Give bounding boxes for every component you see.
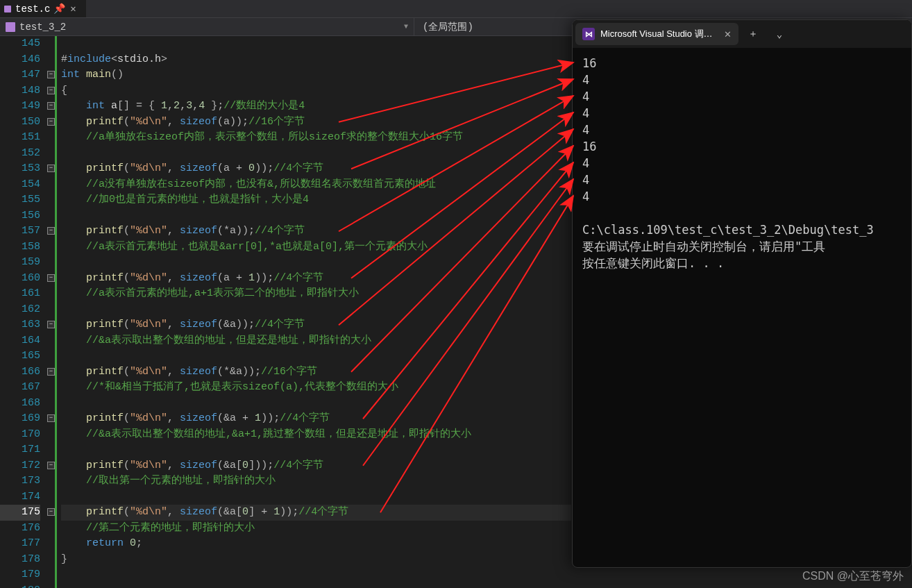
fold-toggle[interactable]: − xyxy=(47,368,55,376)
code-editor[interactable]: 1451461471481491501511521531541551561571… xyxy=(0,36,571,588)
line-number: 167 xyxy=(0,380,40,396)
line-number: 180 xyxy=(0,583,40,589)
fold-toggle[interactable]: − xyxy=(47,87,55,94)
fold-toggle[interactable]: − xyxy=(47,508,55,516)
code-line[interactable]: printf("%d\n", sizeof(&a[0]));//4个字节 xyxy=(61,458,571,474)
fold-toggle[interactable]: − xyxy=(47,165,55,172)
code-line[interactable]: printf("%d\n", sizeof(*a));//4个字节 xyxy=(61,224,571,240)
fold-toggle[interactable]: − xyxy=(47,227,55,235)
tab-menu-button[interactable]: ⌄ xyxy=(768,23,791,45)
line-number: 147 xyxy=(0,67,40,83)
code-line[interactable]: //a表示首元素的地址,a+1表示第二个的地址，即指针大小 xyxy=(61,286,571,302)
file-type-icon xyxy=(4,6,11,12)
console-line: 4 xyxy=(582,105,902,121)
fold-toggle[interactable]: − xyxy=(47,71,55,78)
line-number: 175 xyxy=(0,505,40,521)
code-line[interactable]: int a[] = { 1,2,3,4 };//数组的大小是4 xyxy=(61,99,571,115)
line-number: 148 xyxy=(0,83,40,99)
code-content[interactable]: #include<stdio.h>int main(){ int a[] = {… xyxy=(57,36,571,588)
watermark: CSDN @心至苍穹外 xyxy=(802,569,904,584)
code-line[interactable]: //第二个元素的地址，即指针的大小 xyxy=(61,521,571,537)
line-number: 165 xyxy=(0,348,40,364)
close-icon[interactable]: ✕ xyxy=(68,4,78,14)
code-line[interactable] xyxy=(61,442,571,458)
console-tab-title: Microsoft Visual Studio 调试控 xyxy=(600,28,718,40)
line-number: 150 xyxy=(0,115,40,131)
fold-toggle[interactable]: − xyxy=(47,102,55,110)
code-line[interactable] xyxy=(61,348,571,364)
code-line[interactable]: printf("%d\n", sizeof(a + 0));//4个字节 xyxy=(61,161,571,177)
code-line[interactable]: return 0; xyxy=(61,536,571,552)
code-line[interactable]: } xyxy=(61,552,571,568)
line-number: 177 xyxy=(0,536,40,552)
code-line[interactable]: { xyxy=(61,83,571,99)
code-line[interactable]: int main() xyxy=(61,67,571,83)
console-line: 4 xyxy=(582,155,902,171)
debug-console-window: ⋈ Microsoft Visual Studio 调试控 ✕ ＋ ⌄ 1644… xyxy=(572,19,912,568)
fold-toggle[interactable]: − xyxy=(47,274,55,282)
chevron-down-icon: ⌄ xyxy=(777,28,782,40)
line-number: 168 xyxy=(0,396,40,412)
code-line[interactable]: #include<stdio.h> xyxy=(61,52,571,68)
line-number: 160 xyxy=(0,271,40,287)
fold-toggle[interactable]: − xyxy=(47,462,55,469)
file-tab-test-c[interactable]: test.c 📌 ✕ xyxy=(0,0,86,17)
line-number: 156 xyxy=(0,208,40,224)
code-line[interactable] xyxy=(61,567,571,583)
code-line[interactable]: printf("%d\n", sizeof(a + 1));//4个字节 xyxy=(61,271,571,287)
line-number: 155 xyxy=(0,192,40,208)
scope-dropdown-module[interactable]: test_3_2 ▼ xyxy=(0,18,414,35)
line-number: 174 xyxy=(0,489,40,505)
code-line[interactable] xyxy=(61,396,571,412)
line-number: 149 xyxy=(0,99,40,115)
code-line[interactable]: printf("%d\n", sizeof(&a[0] + 1));//4个字节 xyxy=(61,505,571,521)
scope-global-label: (全局范围) xyxy=(423,22,473,33)
code-line[interactable] xyxy=(61,208,571,224)
line-number: 172 xyxy=(0,458,40,474)
code-line[interactable] xyxy=(61,302,571,318)
file-tab-strip: test.c 📌 ✕ xyxy=(0,0,912,18)
code-line[interactable]: printf("%d\n", sizeof(&a + 1));//4个字节 xyxy=(61,411,571,427)
line-number: 161 xyxy=(0,286,40,302)
line-number: 145 xyxy=(0,36,40,52)
scope-dropdown-global[interactable]: (全局范围) xyxy=(414,21,482,33)
console-tab[interactable]: ⋈ Microsoft Visual Studio 调试控 ✕ xyxy=(575,23,738,45)
line-number: 179 xyxy=(0,567,40,583)
line-number: 158 xyxy=(0,240,40,255)
code-line[interactable] xyxy=(61,36,571,52)
code-line[interactable]: //a没有单独放在sizeof内部，也没有&,所以数组名表示数组首元素的地址 xyxy=(61,177,571,193)
pin-icon[interactable]: 📌 xyxy=(54,4,64,14)
code-line[interactable] xyxy=(61,146,571,162)
line-number: 176 xyxy=(0,521,40,537)
line-number: 154 xyxy=(0,177,40,193)
line-number: 173 xyxy=(0,473,40,489)
code-line[interactable]: //加0也是首元素的地址，也就是指针，大小是4 xyxy=(61,192,571,208)
code-line[interactable]: printf("%d\n", sizeof(&a));//4个字节 xyxy=(61,317,571,333)
code-line[interactable]: printf("%d\n", sizeof(a));//16个字节 xyxy=(61,115,571,131)
code-line[interactable]: //&a表示取出整个数组的地址，但是还是地址，即指针的大小 xyxy=(61,333,571,349)
code-line[interactable] xyxy=(61,489,571,505)
fold-toggle[interactable]: − xyxy=(47,414,55,422)
line-number-gutter: 1451461471481491501511521531541551561571… xyxy=(0,36,47,588)
code-line[interactable] xyxy=(61,583,571,589)
fold-toggle[interactable]: − xyxy=(47,118,55,126)
code-line[interactable]: //*和&相当于抵消了,也就是表示sizeof(a),代表整个数组的大小 xyxy=(61,380,571,396)
line-number: 152 xyxy=(0,146,40,162)
code-line[interactable] xyxy=(61,255,571,271)
new-tab-button[interactable]: ＋ xyxy=(741,23,765,45)
code-line[interactable]: //&a表示取出整个数组的地址,&a+1,跳过整个数组，但是还是地址，即指针的大… xyxy=(61,427,571,443)
fold-strip: −−−−−−−−−−−− xyxy=(47,36,57,588)
code-line[interactable]: //a单独放在sizeof内部，表示整个数组，所以sizeof求的整个数组大小1… xyxy=(61,130,571,146)
code-line[interactable]: //a表示首元素地址，也就是&arr[0],*a也就是a[0],第一个元素的大小 xyxy=(61,240,571,255)
line-number: 163 xyxy=(0,317,40,333)
close-icon[interactable]: ✕ xyxy=(724,29,732,40)
line-number: 164 xyxy=(0,333,40,349)
console-output[interactable]: 16444416444C:\class.109\test_c\test_3_2\… xyxy=(573,48,911,278)
fold-toggle[interactable]: − xyxy=(47,321,55,328)
code-line[interactable]: printf("%d\n", sizeof(*&a));//16个字节 xyxy=(61,364,571,380)
line-number: 171 xyxy=(0,442,40,458)
console-line: 4 xyxy=(582,188,902,205)
console-line: 按任意键关闭此窗口. . . xyxy=(582,255,902,271)
code-line[interactable]: //取出第一个元素的地址，即指针的大小 xyxy=(61,473,571,489)
line-number: 153 xyxy=(0,161,40,177)
